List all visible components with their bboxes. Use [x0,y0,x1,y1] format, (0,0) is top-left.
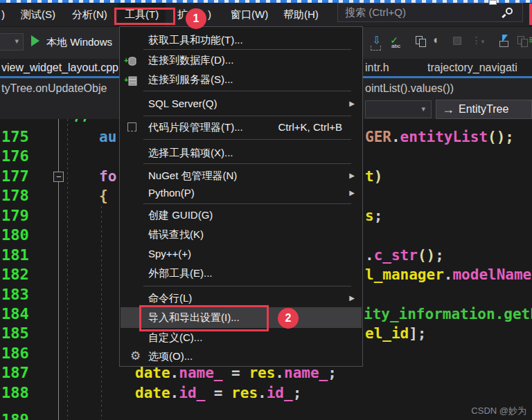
member-fragment-label: ointList().values()) [365,78,454,99]
menu-item-external-tools[interactable]: 外部工具(E)... [121,264,362,282]
debug-target-label[interactable]: 本地 Windows [46,33,118,51]
copy-items-icon[interactable]: → [405,34,422,52]
code-line-175-left: au [99,127,116,147]
code-line-178-left: { [99,186,108,206]
menubar-item-help[interactable]: 帮助(H) [283,3,319,26]
annotation-badge-2: 2 [278,308,299,329]
diff-disabled-icon: ▨ [449,34,466,52]
line-number: 188 [1,383,36,403]
line-number: 182 [1,265,36,284]
menubar-item-analyze[interactable]: 分析(N) [72,3,107,26]
spell-check-icon[interactable]: ✓ abc [386,34,402,52]
search-input[interactable]: 搜索 (Ctrl+Q) [337,3,523,22]
annotation-dashed-line [0,0,532,3]
line-number: 189 [1,410,36,420]
line-number: 181 [1,246,36,265]
menu-item-connect-database[interactable]: + 连接到数据库(D)... [121,51,362,69]
line-number: 178 [1,186,36,206]
menu-separator [143,116,351,116]
list-partial-icon[interactable]: ≡ [524,34,532,52]
code-fragment-partial [83,119,87,122]
line-number: 175 [1,127,36,147]
scope-dropdown[interactable]: tyTree.onUpdateObje [1,78,107,99]
toggle-circles-icon[interactable]: ◐ [428,34,445,52]
pull-changes-icon[interactable]: ⇩ [369,34,385,52]
code-line-177-right: t) [365,167,382,186]
member-combo[interactable]: ▾ [365,100,432,118]
submenu-arrow-icon: ▶ [349,95,355,113]
line-number: 186 [1,344,36,363]
fold-margin-line [58,119,59,420]
menu-separator [143,163,351,164]
select-element-icon[interactable] [488,34,505,52]
right-arrow-icon: → [442,100,454,118]
gear-icon: ⚙ [126,347,139,358]
menu-item-sql-server[interactable]: SQL Server(Q)▶ [121,95,362,113]
vs-ide-window: ) 测试(S) 分析(N) 工具(T) 扩 ) 窗口(W) 帮助(H) 搜索 (… [0,0,532,420]
annotation-badge-1: 1 [186,8,206,29]
menu-separator [143,286,351,286]
menu-item-connect-server[interactable]: + 连接到服务器(S)... [121,71,362,89]
menubar-item-test[interactable]: 测试(S) [21,3,55,26]
menubar-item-partial[interactable]: ) [1,3,5,26]
line-number: 184 [1,304,36,324]
menu-item-options[interactable]: ⚙ 选项(O)... [121,347,362,365]
submenu-arrow-icon: ▶ [349,167,355,185]
menubar-item-window[interactable]: 窗口(W) [231,3,268,26]
line-number: 187 [1,363,36,383]
entity-tree-label: EntityTree [459,100,508,118]
code-line-179-right: s; [365,206,382,226]
line-number: 177 [1,167,36,186]
annotation-box-import-export [139,305,269,331]
menu-item-nuget[interactable]: NuGet 包管理器(N)▶ [121,167,362,185]
line-number: 176 [1,147,36,166]
tab-trajectory-navigation[interactable]: trajectory_navigati [427,59,517,76]
code-line-188: date.id_ = res.id_; [135,383,301,403]
line-number: 179 [1,206,36,226]
line-number: 185 [1,324,36,343]
menu-item-snippet-manager[interactable]: 代码片段管理器(T)... Ctrl+K, Ctrl+B [121,118,362,136]
menu-separator [143,91,351,91]
configuration-combo[interactable]: ▾ [0,33,24,51]
code-line-185-right: el_id]; [365,324,427,343]
annotation-red-sliver [529,3,532,25]
line-number: 180 [1,226,36,245]
code-line-184-right: ity_information.getE [364,304,532,324]
code-line-182-right: l_manager.modelName2 [365,265,532,284]
code-line-175-right: GER.entityList(); [365,127,514,147]
menu-separator [143,49,351,50]
menu-separator [143,203,351,204]
menu-item-get-tools[interactable]: 获取工具和功能(T)... [121,31,362,49]
menu-item-spy[interactable]: Spy++(+) [121,245,362,263]
chevron-down-icon: ▾ [421,104,425,113]
submenu-arrow-icon: ▶ [349,184,355,202]
column-options-icon[interactable]: ⋮▾ [470,34,486,52]
menubar-item-extensions-close: ) [208,3,211,26]
watermark: CSDN @妙为 [471,405,526,417]
submenu-arrow-icon: ▶ [349,289,355,307]
menu-item-toolbox-items[interactable]: 选择工具箱项(X)... [121,144,362,162]
entity-tree-button[interactable]: → EntityTree [436,100,532,119]
toolbar-separator [522,36,522,48]
annotation-handle [489,0,497,5]
menu-separator [143,139,351,140]
chevron-down-icon: ▾ [15,37,19,46]
server-add-icon: + [126,74,139,85]
line-number: 183 [1,285,36,304]
annotation-box-tools [114,8,175,25]
database-add-icon: + [126,55,139,66]
menu-item-python[interactable]: Python(P)▶ [121,184,362,202]
fold-collapse-button[interactable]: − [53,172,64,182]
shortcut-label: Ctrl+K, Ctrl+B [278,118,342,136]
menu-item-create-guid[interactable]: 创建 GUID(G) [121,206,362,224]
indent-guide [101,206,102,420]
menu-item-error-lookup[interactable]: 错误查找(K) [121,226,362,244]
snippet-icon [126,122,139,133]
tab-intr-h[interactable]: intr.h [365,59,389,76]
tab-view-widget-layout[interactable]: view_widget_layout.cpp [1,59,118,76]
search-placeholder: 搜索 (Ctrl+Q) [345,3,406,21]
indent-guide [67,119,68,420]
search-icon[interactable] [503,8,513,17]
code-fragment-partial [75,119,78,122]
run-icon[interactable] [31,35,39,46]
